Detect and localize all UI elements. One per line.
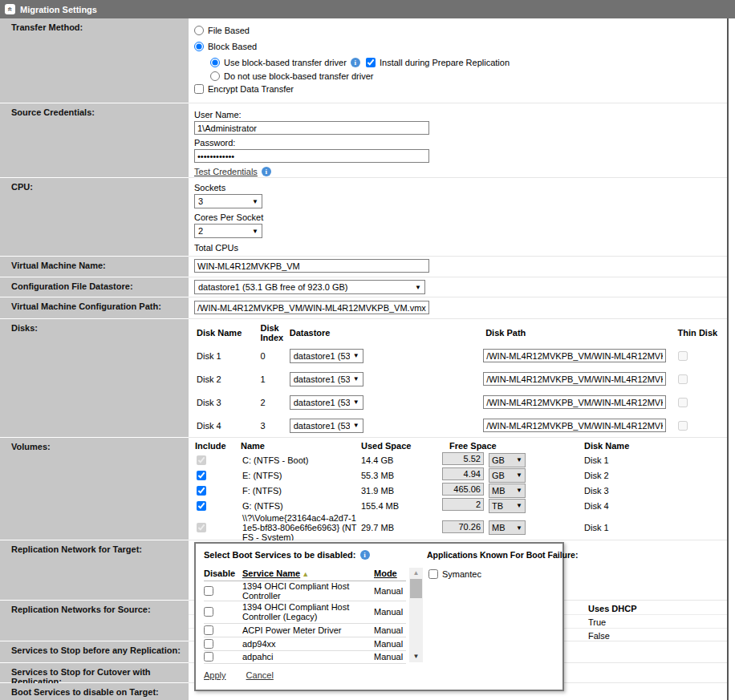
- unit-value: MB: [492, 486, 506, 496]
- disk-name: Disk 2: [194, 367, 261, 390]
- volumes-table: Include Name Used Space Free Space Disk …: [194, 439, 721, 542]
- unit-select[interactable]: MB▼: [489, 520, 526, 535]
- info-icon[interactable]: i: [262, 167, 271, 176]
- scroll-up-icon[interactable]: ▲: [409, 568, 423, 579]
- svc-header-service[interactable]: Service Name: [242, 568, 300, 578]
- dropdown-arrow-icon: ▼: [353, 399, 359, 406]
- svc-header-disable: Disable: [204, 566, 242, 581]
- volume-disk: Disk 2: [577, 467, 721, 483]
- service-mode: Manual: [374, 601, 406, 623]
- volume-row: F: (NTFS) 31.9 MB MB▼ Disk 3: [194, 483, 721, 498]
- unit-value: GB: [492, 471, 505, 480]
- file-based-label: File Based: [208, 26, 250, 35]
- disk-datastore-select[interactable]: datastore1 (53.1 GB ▼: [290, 419, 363, 433]
- disk-datastore-select[interactable]: datastore1 (53.1 GB ▼: [290, 349, 363, 363]
- volume-disk: Disk 1: [577, 513, 721, 542]
- test-credentials-link[interactable]: Test Credentials: [194, 167, 258, 176]
- volume-row: \\?\Volume{23164ac4-a2d7-11e5-bf83-806e6…: [194, 513, 721, 542]
- service-row: ACPI Power Meter Driver Manual: [204, 623, 406, 637]
- section-label-source-credentials: Source Credentials:: [0, 103, 189, 178]
- include-checkbox[interactable]: [197, 486, 206, 496]
- dropdown-arrow-icon: ▼: [516, 502, 522, 509]
- unit-value: TB: [492, 501, 503, 511]
- disable-service-checkbox[interactable]: [204, 639, 213, 649]
- config-path-input[interactable]: [194, 301, 429, 314]
- use-driver-radio[interactable]: [210, 58, 220, 67]
- cores-select[interactable]: 2 ▼: [194, 224, 262, 238]
- dhcp-value: True: [588, 617, 606, 627]
- volume-disk: Disk 4: [577, 498, 721, 513]
- scroll-down-icon[interactable]: ▼: [409, 651, 423, 662]
- include-checkbox[interactable]: [197, 471, 206, 480]
- disk-path-input[interactable]: [483, 395, 666, 409]
- free-space-input[interactable]: [442, 483, 484, 496]
- symantec-label: Symantec: [442, 569, 481, 579]
- cpu-content: Sockets 3 ▼ Cores Per Socket 2 ▼ Total C…: [189, 178, 727, 257]
- disks-header-path: Disk Path: [483, 322, 675, 344]
- unit-select[interactable]: TB▼: [489, 499, 526, 513]
- file-based-radio[interactable]: [194, 26, 204, 35]
- apps-boot-failure-title: Applications Known For Boot Failure:: [427, 550, 578, 560]
- disk-datastore-select[interactable]: datastore1 (53.1 GB ▼: [290, 395, 363, 410]
- free-space-input[interactable]: [442, 520, 484, 533]
- vm-name-input[interactable]: [194, 259, 429, 273]
- username-input[interactable]: [194, 121, 429, 135]
- install-prepare-checkbox[interactable]: [366, 58, 376, 67]
- service-name: ACPI Power Meter Driver: [242, 623, 374, 637]
- section-label-vm-name: Virtual Machine Name:: [0, 257, 189, 277]
- volume-name: F: (NTFS): [240, 483, 359, 498]
- info-icon[interactable]: i: [351, 58, 360, 67]
- service-row: 1394 OHCI Compliant Host Controller (Leg…: [204, 601, 406, 623]
- disk-path-input[interactable]: [483, 349, 666, 362]
- block-based-radio[interactable]: [194, 42, 204, 51]
- unit-select[interactable]: GB▼: [489, 468, 526, 483]
- config-datastore-select[interactable]: datastore1 (53.1 GB free of 923.0 GB) ▼: [194, 280, 425, 294]
- dropdown-arrow-icon: ▼: [353, 422, 359, 429]
- no-driver-radio[interactable]: [210, 71, 220, 81]
- unit-select[interactable]: MB▼: [489, 484, 526, 498]
- panel-title: Migration Settings: [20, 5, 97, 14]
- dhcp-column-header: Uses DHCP: [588, 604, 637, 613]
- disk-datastore-select[interactable]: datastore1 (53.1 GB ▼: [290, 372, 363, 386]
- disk-row: Disk 3 2 datastore1 (53.1 GB ▼: [194, 390, 724, 414]
- apply-link[interactable]: Apply: [204, 670, 226, 680]
- free-space-input[interactable]: [442, 467, 484, 480]
- popup-title: Select Boot Services to be disabled:: [204, 550, 356, 560]
- service-name: 1394 OHCI Compliant Host Controller: [242, 581, 374, 601]
- disk-datastore-value: datastore1 (53.1 GB: [294, 374, 350, 384]
- boot-services-popup: Select Boot Services to be disabled: i A…: [194, 542, 564, 691]
- disable-service-checkbox[interactable]: [204, 652, 213, 662]
- config-datastore-content: datastore1 (53.1 GB free of 923.0 GB) ▼: [189, 277, 727, 297]
- disk-datastore-value: datastore1 (53.1 GB: [294, 421, 350, 431]
- dropdown-arrow-icon: ▼: [252, 198, 258, 205]
- disk-name: Disk 4: [194, 414, 261, 437]
- symantec-checkbox[interactable]: [428, 569, 438, 579]
- volume-used: 31.9 MB: [359, 483, 442, 498]
- free-space-input[interactable]: [442, 452, 484, 465]
- sockets-select[interactable]: 3 ▼: [194, 194, 262, 208]
- disable-service-checkbox[interactable]: [204, 607, 213, 617]
- volume-used: 14.4 GB: [359, 452, 442, 467]
- collapse-panel-icon[interactable]: «: [5, 4, 15, 14]
- encrypt-checkbox[interactable]: [194, 84, 204, 94]
- disable-service-checkbox[interactable]: [204, 625, 213, 635]
- unit-select[interactable]: GB▼: [489, 453, 526, 467]
- info-icon[interactable]: i: [360, 550, 370, 560]
- cancel-link[interactable]: Cancel: [246, 670, 274, 680]
- svc-header-mode[interactable]: Mode: [374, 568, 397, 578]
- disk-datastore-value: datastore1 (53.1 GB: [294, 351, 350, 361]
- disk-row: Disk 2 1 datastore1 (53.1 GB ▼: [194, 367, 724, 390]
- services-scrollbar[interactable]: ▲ ▼: [409, 568, 423, 662]
- password-input[interactable]: [194, 149, 429, 163]
- disable-service-checkbox[interactable]: [204, 586, 213, 596]
- volumes-header-name: Name: [240, 439, 359, 452]
- free-space-input[interactable]: [442, 498, 484, 511]
- service-row: 1394 OHCI Compliant Host Controller Manu…: [204, 581, 406, 601]
- sockets-value: 3: [198, 196, 203, 206]
- include-checkbox[interactable]: [197, 501, 206, 511]
- unit-value: GB: [492, 455, 505, 465]
- disk-path-input[interactable]: [483, 372, 666, 386]
- section-label-config-path: Virtual Machine Configuration Path:: [0, 297, 189, 319]
- scrollbar-thumb[interactable]: [410, 579, 422, 598]
- disk-path-input[interactable]: [483, 419, 666, 432]
